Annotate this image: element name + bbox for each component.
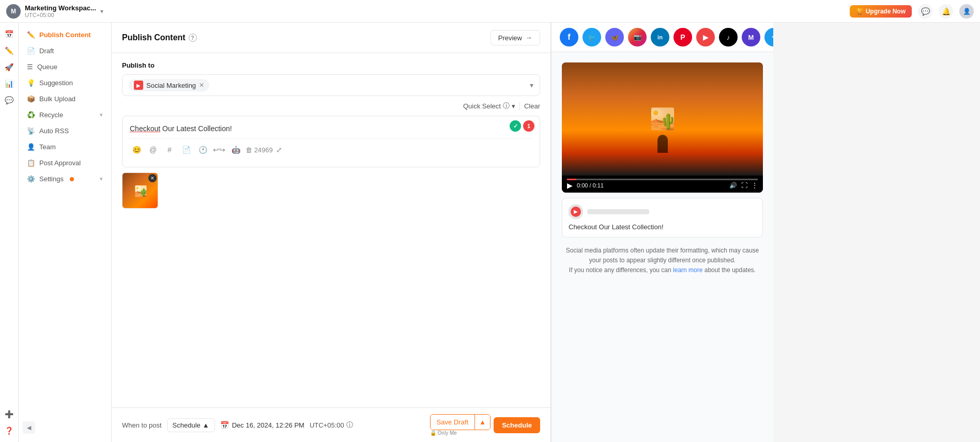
clear-label: Clear	[524, 102, 540, 110]
video-progress-fill	[567, 179, 576, 180]
date-display[interactable]: 📅 Dec 16, 2024, 12:26 PM	[220, 421, 304, 429]
clock-icon[interactable]: 🕐	[196, 143, 209, 156]
topbar: M Marketing Workspac... UTC+05:00 ▾ 🏆 Up…	[0, 0, 980, 23]
sidebar-item-suggestion[interactable]: 💡 Suggestion	[21, 75, 109, 91]
video-controls-row: ▶ 0:00 / 0:11 🔊 ⛶ ⋮	[567, 181, 758, 190]
image-attachment-area: 🏜️ ✕	[122, 172, 540, 209]
schedule-button-label: Schedule	[502, 421, 532, 429]
tab-linkedin[interactable]: in	[651, 28, 669, 46]
platform-selector-chevron-icon[interactable]: ▾	[530, 81, 533, 89]
tab-youtube[interactable]: ▶	[696, 28, 715, 46]
emoji-icon[interactable]: 😊	[130, 143, 143, 156]
sidebar-item-settings[interactable]: ⚙️ Settings ▾	[21, 171, 109, 187]
clear-button[interactable]: Clear	[524, 102, 540, 110]
post-preview-card: ▶ Checkout Our Latest Collection!	[562, 198, 763, 238]
icon-help[interactable]: ❓	[2, 423, 17, 438]
icon-plus[interactable]: ➕	[2, 407, 17, 421]
tab-twitter[interactable]: 🐦	[583, 28, 601, 46]
divider	[519, 102, 520, 110]
settings-video-icon[interactable]: ⋮	[752, 182, 758, 189]
video-player[interactable]: 🏜️ ▶ 0:00 / 0:11 🔊	[562, 62, 763, 193]
sidebar-item-publish[interactable]: ✏️ Publish Content	[21, 27, 109, 43]
quick-select-button[interactable]: Quick Select ⓘ ▾	[463, 101, 515, 110]
image-remove-button[interactable]: ✕	[148, 174, 157, 182]
tab-tiktok[interactable]: ♪	[719, 28, 738, 46]
image-thumbnail[interactable]: 🏜️ ✕	[122, 172, 158, 209]
platform-tag-youtube: ▶ Social Marketing ✕	[129, 79, 209, 91]
icon-rocket[interactable]: 🚀	[2, 60, 17, 74]
messages-icon[interactable]: 💬	[918, 4, 932, 19]
upgrade-button[interactable]: 🏆 Upgrade Now	[850, 5, 912, 18]
team-icon: 👤	[27, 143, 35, 151]
preview-post-text: Checkout Our Latest Collection!	[569, 223, 756, 231]
sidebar-item-draft[interactable]: 📄 Draft	[21, 43, 109, 59]
icon-inbox[interactable]: 💬	[2, 93, 17, 107]
schedule-button[interactable]: Schedule	[494, 417, 540, 433]
sidebar-item-post-approval[interactable]: 📋 Post Approval	[21, 155, 109, 171]
recycle-icon: ♻️	[27, 111, 35, 119]
play-button-icon[interactable]: ▶	[567, 181, 573, 190]
when-to-post-label: When to post	[122, 421, 162, 429]
tab-facebook[interactable]: f	[560, 28, 578, 46]
sidebar-item-autorss[interactable]: 📡 Auto RSS	[21, 123, 109, 139]
youtube-tag-icon: ▶	[134, 81, 143, 90]
schedule-label: Schedule	[173, 421, 201, 429]
robot-icon[interactable]: 🤖	[229, 143, 242, 156]
hashtag-icon[interactable]: #	[163, 143, 176, 156]
icon-publish[interactable]: ✏️	[2, 43, 17, 58]
sidebar-item-recycle[interactable]: ♻️ Recycle ▾	[21, 107, 109, 123]
sidebar-draft-label: Draft	[39, 47, 54, 55]
tab-instagram[interactable]: 📷	[628, 28, 647, 46]
sidebar-item-team[interactable]: 👤 Team	[21, 139, 109, 155]
volume-icon[interactable]: 🔊	[729, 182, 737, 189]
platform-tag-remove-icon[interactable]: ✕	[199, 82, 204, 89]
platform-selector[interactable]: ▶ Social Marketing ✕ ▾	[122, 74, 540, 96]
tab-pinterest[interactable]: P	[673, 28, 692, 46]
tab-mv[interactable]: ✦	[764, 28, 773, 46]
video-image-icon: 🏜️	[650, 107, 676, 131]
user-avatar[interactable]: 👤	[959, 4, 974, 19]
workspace-name: Marketing Workspac...	[25, 4, 96, 12]
video-thumbnail: 🏜️	[562, 62, 763, 176]
workspace-chevron-icon[interactable]: ▾	[100, 8, 103, 15]
video-progress-bar[interactable]	[567, 179, 758, 180]
sidebar-item-queue[interactable]: ☰ Queue	[21, 59, 109, 75]
save-draft-expand-button[interactable]: ▲	[474, 415, 490, 430]
sidebar-item-bulk[interactable]: 📦 Bulk Upload	[21, 91, 109, 107]
tab-bluesky[interactable]: 🦋	[605, 28, 624, 46]
upgrade-label: Upgrade Now	[866, 8, 906, 15]
schedule-chevron-icon: ▲	[203, 421, 209, 429]
save-draft-button-group: Save Draft ▲	[430, 414, 491, 430]
tab-mastodon[interactable]: M	[742, 28, 760, 46]
expand-icon[interactable]: ⤢	[276, 146, 282, 154]
fullscreen-icon[interactable]: ⛶	[741, 182, 747, 189]
sidebar-settings-label: Settings	[39, 175, 64, 183]
preview-panel: f 🐦 🦋 📷 in P ▶ ♪ M ✦ @	[551, 23, 773, 442]
publish-info-icon[interactable]: ?	[189, 34, 197, 42]
file-icon[interactable]: 📄	[179, 143, 193, 156]
post-text-content[interactable]: Checkout Our Latest Collection!	[130, 123, 532, 134]
status-badge-red: 1	[523, 120, 534, 132]
mention-icon[interactable]: @	[146, 143, 160, 156]
content-area: Publish Content ? Preview → Publish to	[112, 23, 980, 442]
learn-more-link[interactable]: learn more	[673, 266, 705, 274]
redo-icon[interactable]: ↩↪	[212, 143, 226, 156]
sidebar-collapse-button[interactable]: ◀	[23, 421, 35, 434]
publish-to-label: Publish to	[122, 61, 540, 69]
icon-calendar[interactable]: 📅	[2, 27, 17, 41]
post-text-rest: Our Latest Collection!	[162, 124, 232, 133]
timezone-display[interactable]: UTC+05:00 ⓘ	[310, 420, 353, 430]
sidebar-autorss-label: Auto RSS	[39, 127, 69, 135]
approval-icon: 📋	[27, 159, 35, 167]
save-draft-subtitle: 🔒 Only Me	[430, 430, 457, 436]
topbar-actions: 🏆 Upgrade Now 💬 🔔 👤	[850, 4, 974, 19]
workspace-info[interactable]: M Marketing Workspac... UTC+05:00 ▾	[6, 4, 103, 19]
notifications-icon[interactable]: 🔔	[939, 4, 953, 19]
platform-tabs: f 🐦 🦋 📷 in P ▶ ♪ M ✦ @	[552, 23, 773, 52]
preview-button[interactable]: Preview →	[491, 30, 540, 45]
schedule-select[interactable]: Schedule ▲	[167, 418, 215, 432]
save-draft-button[interactable]: Save Draft	[431, 415, 474, 430]
icon-analytics[interactable]: 📊	[2, 76, 17, 91]
text-editor[interactable]: ✓ 1 Checkout Our Latest Collection! 😊 @ …	[122, 116, 540, 167]
lock-icon: 🔒	[430, 430, 436, 436]
